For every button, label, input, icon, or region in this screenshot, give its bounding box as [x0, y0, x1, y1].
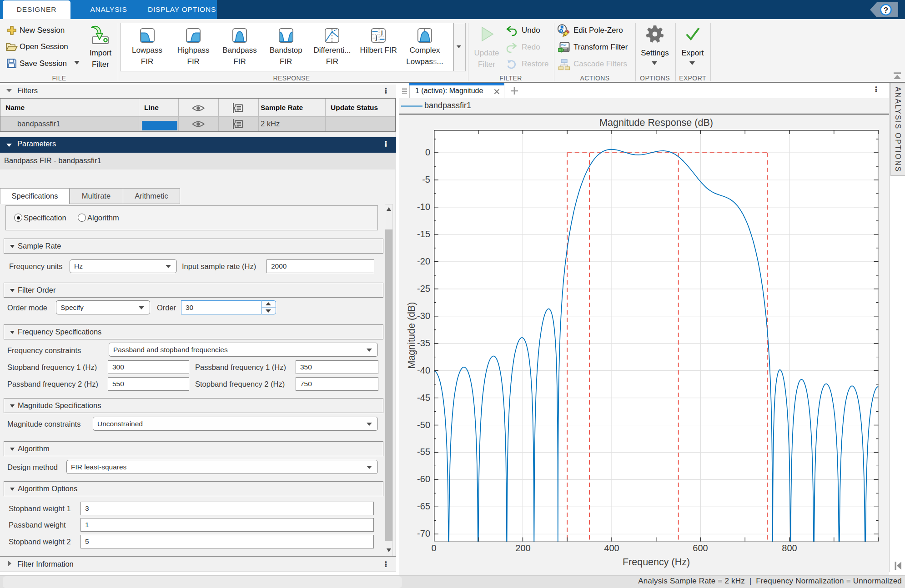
svg-text:–j: –j: [372, 34, 377, 41]
svg-text:?: ?: [884, 6, 888, 15]
svg-text:j: j: [381, 29, 383, 35]
